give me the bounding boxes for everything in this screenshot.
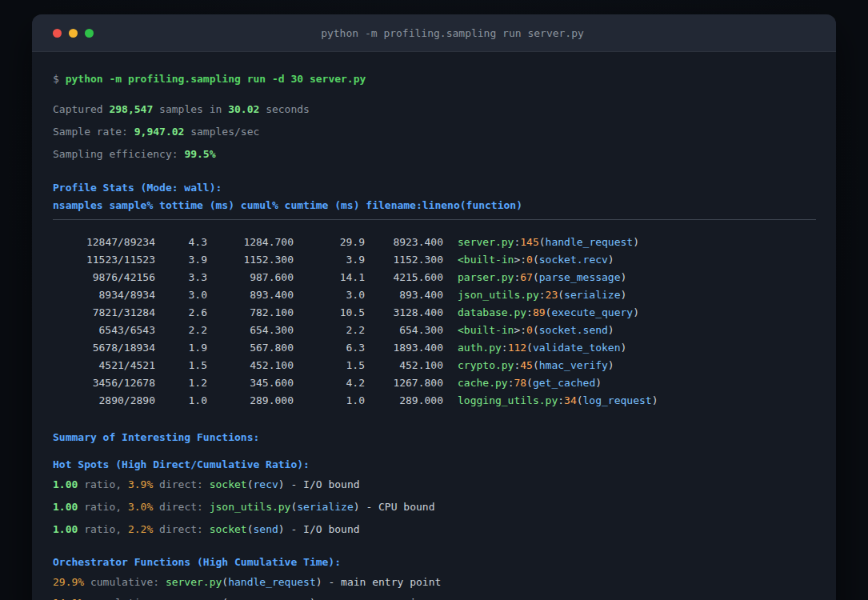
function-name: socket.send bbox=[539, 324, 608, 336]
terminal-output[interactable]: $ python -m profiling.sampling run -d 30… bbox=[32, 52, 836, 600]
close-paren: ) bbox=[633, 236, 639, 248]
close-paren: ) bbox=[595, 377, 602, 389]
tottime-cell: 345.600 bbox=[207, 374, 294, 392]
cumtime-cell: 1152.300 bbox=[365, 251, 443, 269]
direct-percent: 3.9% bbox=[128, 478, 153, 490]
cumul-pct-cell: 3.9 bbox=[294, 251, 365, 269]
table-row: 12847/892344.31284.70029.98923.400server… bbox=[53, 234, 816, 251]
filename: auth.py bbox=[458, 342, 502, 354]
cumulative-percent: 29.9% bbox=[53, 576, 84, 588]
cumtime-cell: 452.100 bbox=[365, 357, 443, 374]
colon: : bbox=[558, 394, 564, 406]
tottime-cell: 893.400 bbox=[207, 286, 294, 304]
tottime-cell: 782.100 bbox=[207, 304, 294, 322]
minimize-window-button[interactable] bbox=[69, 29, 78, 38]
tottime-cell: 654.300 bbox=[207, 322, 294, 339]
sample-rate-unit: samples/sec bbox=[184, 126, 259, 138]
function-location: server.py:145(handle_request) bbox=[458, 234, 639, 251]
close-paren: ) bbox=[621, 271, 627, 283]
module-name: socket bbox=[210, 478, 247, 490]
open-paren: ( bbox=[558, 289, 564, 301]
function-name: handle_request bbox=[228, 576, 316, 588]
nsamples-cell: 5678/18934 bbox=[53, 339, 155, 357]
cumul-pct-cell: 6.3 bbox=[294, 339, 365, 357]
sample-pct-cell: 1.0 bbox=[155, 392, 207, 410]
colon: : bbox=[502, 342, 508, 354]
bound-note: - I/O bound bbox=[285, 523, 360, 535]
sample-pct-cell: 3.0 bbox=[155, 286, 207, 304]
colon: : bbox=[520, 254, 526, 266]
sample-rate-line: Sample rate: 9,947.02 samples/sec bbox=[53, 124, 816, 140]
ratio-value: 1.00 bbox=[53, 478, 78, 490]
filename: parser.py bbox=[458, 271, 514, 283]
module-name: parser.py bbox=[166, 597, 222, 600]
ratio-label: ratio, bbox=[78, 478, 128, 490]
function-name: parse_message bbox=[539, 271, 621, 283]
close-paren: ) bbox=[608, 359, 614, 371]
lineno: 34 bbox=[564, 394, 577, 406]
orchestrator-heading: Orchestrator Functions (High Cumulative … bbox=[53, 554, 816, 570]
cumul-pct-cell: 1.5 bbox=[294, 357, 365, 374]
cumul-pct-cell: 4.2 bbox=[294, 374, 365, 392]
close-paren: ) bbox=[652, 394, 658, 406]
hot-spots-heading: Hot Spots (High Direct/Cumulative Ratio)… bbox=[53, 457, 816, 473]
function-location: parser.py:67(parse_message) bbox=[458, 269, 626, 286]
tottime-cell: 1284.700 bbox=[207, 234, 294, 251]
cumtime-cell: 289.000 bbox=[365, 392, 443, 410]
hot-spot-line: 1.00 ratio, 2.2% direct: socket(send) - … bbox=[53, 522, 816, 538]
nsamples-cell: 2890/2890 bbox=[53, 392, 155, 410]
filename: <built-in bbox=[458, 324, 514, 336]
cumulative-label: cumulative: bbox=[84, 597, 166, 600]
command-line: $ python -m profiling.sampling run -d 30… bbox=[53, 71, 816, 87]
function-name: log_request bbox=[583, 394, 652, 406]
tottime-cell: 289.000 bbox=[207, 392, 294, 410]
titlebar[interactable]: python -m profiling.sampling run server.… bbox=[32, 14, 836, 52]
lineno: 89 bbox=[533, 306, 546, 318]
cumul-pct-cell: 14.1 bbox=[294, 269, 365, 286]
open-paren: ( bbox=[577, 394, 583, 406]
close-paren: ) bbox=[278, 523, 285, 535]
maximize-window-button[interactable] bbox=[85, 29, 94, 38]
table-columns-header: nsamples sample% tottime (ms) cumul% cum… bbox=[53, 198, 816, 214]
function-name: serialize bbox=[564, 289, 620, 301]
duration-seconds: 30.02 bbox=[228, 103, 259, 115]
bound-note: - I/O bound bbox=[285, 478, 360, 490]
function-location: <built-in>:0(socket.recv) bbox=[458, 251, 614, 269]
table-row: 3456/126781.2345.6004.21267.800cache.py:… bbox=[53, 374, 816, 392]
cumul-pct-cell: 3.0 bbox=[294, 286, 365, 304]
nsamples-cell: 8934/8934 bbox=[53, 286, 155, 304]
sample-rate-value: 9,947.02 bbox=[134, 126, 185, 138]
function-name: recv bbox=[254, 478, 278, 490]
close-window-button[interactable] bbox=[53, 29, 62, 38]
sampling-efficiency-line: Sampling efficiency: 99.5% bbox=[53, 146, 816, 162]
nsamples-cell: 12847/89234 bbox=[53, 234, 155, 251]
open-paren: ( bbox=[247, 523, 254, 535]
terminal-window: python -m profiling.sampling run server.… bbox=[32, 14, 836, 600]
open-paren: ( bbox=[533, 359, 539, 371]
function-name: socket.recv bbox=[539, 254, 608, 266]
module-name: server.py bbox=[166, 576, 222, 588]
close-paren: ) bbox=[621, 289, 627, 301]
function-name: get_cached bbox=[533, 377, 595, 389]
filename: json_utils.py bbox=[458, 289, 539, 301]
table-row: 5678/189341.9567.8006.31893.400auth.py:1… bbox=[53, 339, 816, 357]
efficiency-label: Sampling efficiency: bbox=[53, 148, 184, 160]
module-name: socket bbox=[210, 523, 247, 535]
close-paren: ) bbox=[278, 478, 285, 490]
profile-stats-heading: Profile Stats (Mode: wall): bbox=[53, 180, 816, 196]
cumtime-cell: 3128.400 bbox=[365, 304, 443, 322]
colon: : bbox=[526, 306, 533, 318]
close-paren: ) bbox=[621, 342, 627, 354]
open-paren: ( bbox=[247, 478, 254, 490]
lineno: 145 bbox=[520, 236, 538, 248]
close-paren: ) bbox=[608, 324, 614, 336]
lineno: 23 bbox=[546, 289, 558, 301]
lineno: 0 bbox=[526, 254, 533, 266]
sample-pct-cell: 3.3 bbox=[155, 269, 207, 286]
sample-pct-cell: 4.3 bbox=[155, 234, 207, 251]
function-location: json_utils.py:23(serialize) bbox=[458, 286, 626, 304]
table-row: 9876/421563.3987.60014.14215.600parser.p… bbox=[53, 269, 816, 286]
cumul-pct-cell: 2.2 bbox=[294, 322, 365, 339]
table-row: 6543/65432.2654.3002.2654.300<built-in>:… bbox=[53, 322, 816, 339]
direct-label: direct: bbox=[153, 478, 209, 490]
